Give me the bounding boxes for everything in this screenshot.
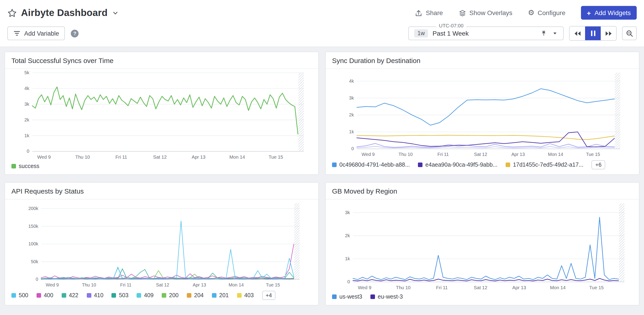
dashboard-title-group[interactable]: Airbyte Dashboard	[7, 7, 118, 18]
help-button[interactable]: ?	[71, 29, 79, 37]
legend-item[interactable]: 500	[12, 292, 28, 299]
svg-text:2k: 2k	[349, 112, 354, 117]
svg-text:5k: 5k	[24, 70, 30, 75]
time-pause-button[interactable]	[585, 26, 600, 40]
chart-canvas[interactable]: 01k2k3k4kWed 9Thu 10Fri 11Sat 12Apr 13Mo…	[326, 69, 639, 158]
svg-text:Tue 15: Tue 15	[268, 154, 283, 160]
legend-label: e4aea90a-90ca-49f5-9abb...	[426, 162, 498, 168]
time-back-button[interactable]	[570, 26, 585, 40]
chart-legend: us-west3eu-west-3	[326, 291, 639, 305]
pin-icon[interactable]	[540, 30, 547, 37]
star-icon[interactable]	[7, 8, 17, 17]
legend-swatch	[12, 293, 16, 298]
widget-header: Sync Duration by Destination	[326, 52, 639, 69]
svg-text:3k: 3k	[349, 95, 354, 100]
legend-item[interactable]: 400	[36, 292, 54, 299]
configure-button[interactable]: ⚙ Configure	[528, 9, 566, 16]
legend-label: us-west3	[339, 294, 362, 300]
legend-label: 503	[119, 292, 128, 299]
share-icon	[415, 9, 423, 17]
legend-item[interactable]: 410	[86, 292, 104, 299]
header-row-toolbar: Add Variable ? UTC-07:00 1w Past 1 Week	[7, 26, 637, 41]
layers-icon	[458, 9, 466, 17]
legend-swatch	[332, 163, 336, 167]
chart-svg[interactable]: 01k2k3k4kWed 9Thu 10Fri 11Sat 12Apr 13Mo…	[326, 69, 639, 158]
share-label: Share	[426, 9, 443, 16]
legend-swatch	[162, 293, 166, 298]
legend-item[interactable]: 17d1455c-7ed5-49d2-a17...	[506, 162, 584, 168]
chevron-down-icon[interactable]	[112, 9, 118, 16]
chart-svg[interactable]: 01k2k3k4k5kWed 9Thu 10Fri 11Sat 12Apr 13…	[5, 69, 318, 161]
svg-text:Thu 10: Thu 10	[398, 152, 413, 157]
share-button[interactable]: Share	[415, 9, 443, 17]
widget-header: Total Successful Syncs over Time	[5, 52, 318, 69]
svg-text:Sat 12: Sat 12	[156, 282, 169, 287]
legend-label: 422	[69, 292, 78, 299]
legend-item[interactable]: 204	[187, 292, 204, 299]
legend-item[interactable]: us-west3	[332, 294, 362, 300]
time-range-label: Past 1 Week	[432, 30, 468, 37]
legend-swatch	[112, 293, 116, 298]
svg-text:2k: 2k	[24, 117, 30, 122]
legend-item[interactable]: 503	[112, 292, 128, 299]
add-variable-button[interactable]: Add Variable	[7, 26, 65, 40]
time-forward-button[interactable]	[600, 26, 616, 40]
chart-canvas[interactable]: 01k2k3kWed 9Thu 10Fri 11Sat 12Apr 13Mon …	[326, 200, 639, 291]
timezone-label: UTC-07:00	[436, 23, 466, 28]
svg-text:1k: 1k	[345, 256, 350, 261]
legend-overflow-badge[interactable]: +6	[592, 160, 605, 169]
legend-item[interactable]: 201	[212, 292, 229, 299]
legend-swatch	[370, 295, 375, 299]
legend-item[interactable]: e4aea90a-90ca-49f5-9abb...	[418, 162, 498, 168]
picker-right-icons	[540, 30, 558, 37]
legend-swatch	[62, 293, 66, 298]
svg-text:0: 0	[36, 277, 38, 282]
svg-text:Apr 13: Apr 13	[511, 152, 525, 157]
legend-item[interactable]: eu-west-3	[370, 294, 403, 300]
svg-text:Apr 13: Apr 13	[193, 282, 206, 287]
add-variable-label: Add Variable	[24, 30, 59, 37]
svg-text:4k: 4k	[349, 78, 354, 83]
svg-text:0: 0	[352, 146, 354, 151]
legend-swatch	[187, 293, 191, 298]
svg-text:50k: 50k	[31, 259, 38, 264]
legend-item[interactable]: success	[12, 163, 39, 169]
legend-label: eu-west-3	[378, 294, 403, 300]
show-overlays-label: Show Overlays	[469, 9, 512, 16]
legend-label: 204	[194, 292, 204, 299]
caret-down-icon[interactable]	[552, 30, 558, 36]
time-range-picker[interactable]: UTC-07:00 1w Past 1 Week	[408, 26, 564, 40]
show-overlays-button[interactable]: Show Overlays	[458, 9, 512, 17]
header-actions: Share Show Overlays ⚙ Configure + Add Wi…	[415, 6, 637, 20]
legend-label: 17d1455c-7ed5-49d2-a17...	[513, 162, 584, 168]
chart-canvas[interactable]: 050k100k150k200kWed 9Thu 10Fri 11Sat 12A…	[5, 200, 318, 289]
legend-item[interactable]: 422	[62, 292, 78, 299]
add-widgets-button[interactable]: + Add Widgets	[581, 6, 637, 20]
legend-label: 409	[144, 292, 154, 299]
widget-title: GB Moved by Region	[332, 187, 632, 195]
legend-label: success	[19, 163, 39, 169]
legend-item[interactable]: 200	[162, 292, 178, 299]
legend-item[interactable]: 403	[237, 292, 254, 299]
legend-label: 403	[244, 292, 254, 299]
svg-text:Mon 14: Mon 14	[229, 154, 245, 160]
chart-svg[interactable]: 050k100k150k200kWed 9Thu 10Fri 11Sat 12A…	[5, 200, 318, 289]
legend-item[interactable]: 0c49680d-4791-4ebb-a88...	[332, 162, 410, 168]
widget-total-successful-syncs: Total Successful Syncs over Time 01k2k3k…	[4, 52, 319, 175]
chart-canvas[interactable]: 01k2k3k4k5kWed 9Thu 10Fri 11Sat 12Apr 13…	[5, 69, 318, 161]
svg-text:4k: 4k	[24, 86, 30, 91]
legend-swatch	[12, 164, 16, 168]
legend-swatch	[36, 293, 41, 298]
chart-svg[interactable]: 01k2k3kWed 9Thu 10Fri 11Sat 12Apr 13Mon …	[326, 200, 639, 291]
legend-item[interactable]: 409	[137, 292, 154, 299]
chart-legend: success	[5, 161, 318, 174]
legend-label: 200	[169, 292, 178, 299]
legend-label: 400	[44, 292, 54, 299]
svg-text:1k: 1k	[24, 133, 30, 138]
time-controls: UTC-07:00 1w Past 1 Week	[408, 26, 637, 41]
zoom-out-button[interactable]	[622, 26, 637, 40]
time-range-shortcut[interactable]: 1w	[414, 29, 428, 37]
svg-text:200k: 200k	[28, 206, 38, 211]
app: Airbyte Dashboard Share Show Overlays	[0, 0, 644, 315]
legend-overflow-badge[interactable]: +4	[262, 291, 276, 300]
